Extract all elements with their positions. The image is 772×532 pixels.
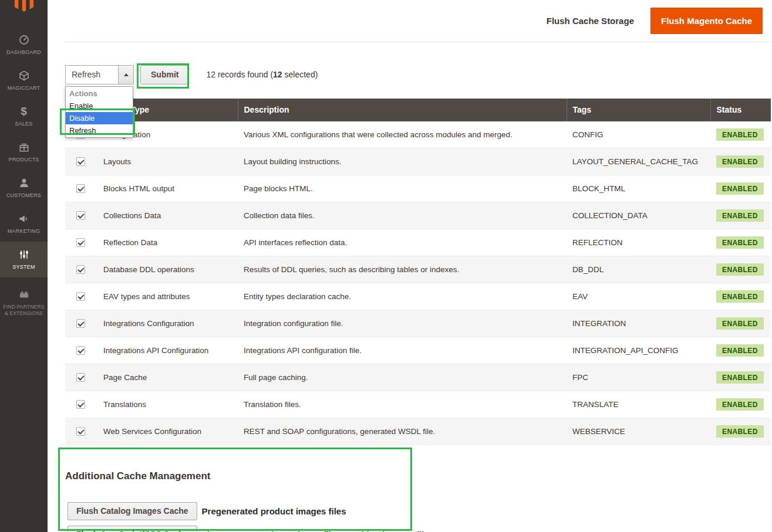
row-checkbox[interactable]	[76, 184, 85, 193]
dropdown-group-label: Actions	[66, 87, 133, 100]
description-cell: REST and SOAP configurations, generated …	[238, 418, 567, 445]
dropdown-option-disable[interactable]: Disable	[66, 112, 133, 124]
table-row: EAV types and attributesEntity types dec…	[65, 283, 771, 310]
sidebar-menu: DASHBOARD MAGICCART $ SALES PRODUCTS CUS…	[0, 27, 48, 320]
mass-action-select[interactable]: Refresh	[65, 65, 134, 84]
status-badge: ENABLED	[716, 236, 764, 249]
row-checkbox[interactable]	[76, 292, 85, 301]
description-cell: Integrations API configuration file.	[238, 337, 567, 364]
cache-table-body: ConfigurationVarious XML configurations …	[65, 121, 771, 445]
column-header-description[interactable]: Description	[238, 99, 567, 121]
submit-button[interactable]: Submit	[140, 65, 189, 84]
table-row: Page CacheFull page caching.FPCENABLED	[65, 364, 771, 391]
cube-icon	[18, 70, 30, 82]
sidebar-item-label: SALES	[15, 121, 32, 127]
row-checkbox[interactable]	[76, 238, 85, 247]
tags-cell: REFLECTION	[567, 229, 710, 256]
cache-type-cell: Web Services Configuration	[97, 418, 238, 445]
status-badge: ENABLED	[716, 155, 764, 168]
description-cell: Collection data files.	[238, 202, 567, 229]
status-badge: ENABLED	[716, 317, 764, 330]
row-checkbox[interactable]	[76, 211, 85, 220]
flush-catalog-images-cache-button[interactable]: Flush Catalog Images Cache	[68, 502, 197, 520]
cache-grid: Cache Type Description Tags Status Confi…	[65, 99, 771, 445]
row-checkbox[interactable]	[76, 319, 85, 328]
sidebar-item-label: CUSTOMERS	[6, 192, 41, 199]
person-icon	[18, 177, 30, 189]
table-row: LayoutsLayout building instructions.LAYO…	[65, 148, 771, 175]
flush-magento-cache-button[interactable]: Flush Magento Cache	[650, 8, 763, 34]
table-row: ConfigurationVarious XML configurations …	[65, 121, 771, 148]
description-cell: Layout building instructions.	[238, 148, 567, 175]
row-checkbox[interactable]	[76, 157, 85, 166]
description-cell: Full page caching.	[238, 364, 567, 391]
sidebar-item-label: MAGICCART	[8, 85, 41, 92]
table-row: Blocks HTML outputPage blocks HTML.BLOCK…	[65, 175, 771, 202]
sidebar-item-products[interactable]: PRODUCTS	[0, 134, 48, 170]
description-cell: API interfaces reflection data.	[238, 229, 567, 256]
mass-action-selected-value: Refresh	[66, 70, 118, 79]
description-cell: Entity types declaration cache.	[238, 283, 567, 310]
table-row: TranslationsTranslation files.TRANSLATEE…	[65, 391, 771, 418]
dropdown-option-refresh[interactable]: Refresh	[66, 124, 133, 137]
column-header-tags[interactable]: Tags	[567, 99, 710, 121]
brick-icon	[18, 289, 30, 300]
row-checkbox[interactable]	[76, 400, 85, 409]
sidebar-item-find-partners-extensions[interactable]: FIND PARTNERS & EXTENSIONS	[0, 286, 48, 320]
tags-cell: LAYOUT_GENERAL_CACHE_TAG	[567, 148, 710, 175]
cache-type-cell: Integrations Configuration	[97, 310, 238, 337]
status-badge: ENABLED	[716, 128, 764, 141]
select-caret-button[interactable]	[118, 66, 133, 84]
sidebar-item-sales[interactable]: $ SALES	[0, 99, 48, 134]
selected-count: 12	[273, 70, 282, 79]
gift-box-icon	[18, 141, 30, 153]
dropdown-option-enable[interactable]: Enable	[66, 100, 133, 112]
cache-type-cell: Translations	[97, 391, 238, 418]
sidebar-item-customers[interactable]: CUSTOMERS	[0, 170, 48, 206]
tags-cell: COLLECTION_DATA	[567, 202, 710, 229]
sidebar-item-label: MARKETING	[8, 228, 40, 235]
status-badge: ENABLED	[716, 290, 764, 303]
status-badge: ENABLED	[716, 398, 764, 411]
status-badge: ENABLED	[716, 263, 764, 276]
flush-cache-storage-button[interactable]: Flush Cache Storage	[547, 16, 634, 26]
tags-cell: TRANSLATE	[567, 391, 710, 418]
dashboard-icon	[18, 34, 30, 46]
row-checkbox[interactable]	[76, 373, 85, 382]
sidebar-item-marketing[interactable]: MARKETING	[0, 206, 48, 242]
mass-action-dropdown-list: Actions Enable Disable Refresh	[65, 86, 133, 138]
table-row: Web Services ConfigurationREST and SOAP …	[65, 418, 771, 445]
megaphone-icon	[18, 213, 30, 225]
cache-type-cell: EAV types and attributes	[97, 283, 238, 310]
table-row: Integrations API ConfigurationIntegratio…	[65, 337, 771, 364]
table-row: Database DDL operationsResults of DDL qu…	[65, 256, 771, 283]
row-checkbox[interactable]	[76, 265, 85, 274]
sidebar-item-system[interactable]: SYSTEM	[0, 242, 48, 277]
status-badge: ENABLED	[716, 209, 764, 222]
grid-header-row: Cache Type Description Tags Status	[65, 99, 771, 121]
column-header-status[interactable]: Status	[710, 99, 771, 121]
tags-cell: DB_DDL	[567, 256, 710, 283]
tags-cell: FPC	[567, 364, 710, 391]
dollar-icon: $	[21, 106, 27, 117]
tags-cell: INTEGRATION	[567, 310, 710, 337]
sidebar-item-dashboard[interactable]: DASHBOARD	[0, 27, 48, 63]
cache-type-cell: Blocks HTML output	[97, 175, 238, 202]
sidebar-item-magiccart[interactable]: MAGICCART	[0, 63, 48, 99]
cache-type-cell: Integrations API Configuration	[97, 337, 238, 364]
status-badge: ENABLED	[716, 371, 764, 384]
description-cell: Results of DDL queries, such as describi…	[238, 256, 567, 283]
cache-action-row: Flush Catalog Images Cache Pregenerated …	[68, 502, 771, 520]
sliders-icon	[18, 249, 30, 260]
row-checkbox[interactable]	[76, 346, 85, 355]
sidebar-item-label: DASHBOARD	[6, 49, 41, 56]
row-checkbox[interactable]	[76, 427, 85, 436]
cache-type-cell: Layouts	[97, 148, 238, 175]
cache-type-cell: Collections Data	[97, 202, 238, 229]
records-count-text: 12 records found (12 selected)	[206, 70, 318, 79]
flush-javascript-css-cache-button[interactable]: Flush JavaScript/CSS Cache	[68, 526, 197, 532]
cache-action-description: Pregenerated product images files	[202, 506, 346, 516]
table-row: Integrations ConfigurationIntegration co…	[65, 310, 771, 337]
magento-logo[interactable]	[14, 0, 34, 15]
status-badge: ENABLED	[716, 425, 764, 438]
